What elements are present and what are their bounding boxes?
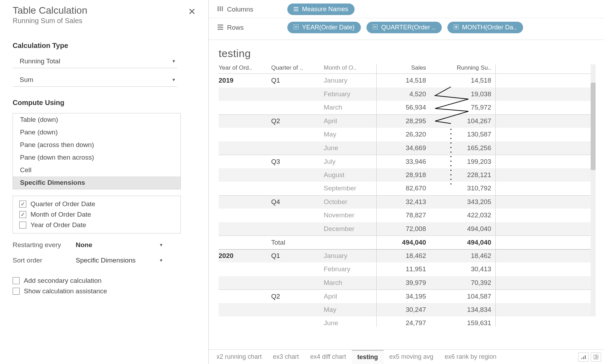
add-secondary-row[interactable]: Add secondary calculation <box>13 275 199 286</box>
header-sales[interactable]: Sales <box>376 64 436 71</box>
field-pill[interactable]: YEAR(Order Date) <box>287 22 361 33</box>
table-row[interactable]: September82,670310,792 <box>219 182 594 195</box>
table-row[interactable]: June34,669165,256 <box>219 141 594 155</box>
columns-icon <box>217 6 224 13</box>
cell-month: September <box>324 184 376 192</box>
table-row[interactable]: August28,918228,121 <box>219 168 594 182</box>
cell-month: May <box>324 131 376 138</box>
compute-option[interactable]: Pane (down) <box>13 126 180 139</box>
svg-rect-15 <box>456 26 457 28</box>
dimension-row[interactable]: ✓Month of Order Date <box>13 209 180 220</box>
table-row[interactable]: May30,247134,834 <box>219 303 594 317</box>
field-pill[interactable]: Measure Names <box>287 4 355 15</box>
table-row[interactable]: May26,320130,587 <box>219 128 594 141</box>
restarting-every-dropdown[interactable]: None ▼ <box>76 241 174 249</box>
restarting-every-row: Restarting every None ▼ <box>13 241 199 249</box>
table-row[interactable]: Q2April28,295104,267 <box>219 114 594 128</box>
table-row[interactable]: February11,95130,413 <box>219 262 594 276</box>
table-row[interactable]: 2019Q1January14,51814,518 <box>219 74 594 88</box>
sheet-tabs: x2 running chartex3 chartex4 diff chartt… <box>209 349 604 364</box>
compute-option[interactable]: Cell <box>13 164 180 176</box>
field-pill[interactable]: QUARTER(Order .. <box>366 22 442 33</box>
sheet-tab[interactable]: ex6 rank by region <box>439 350 502 363</box>
new-worksheet-icon[interactable] <box>578 352 589 362</box>
svg-rect-6 <box>218 24 223 26</box>
shelves: Columns Measure Names Rows YEAR(Order Da… <box>209 0 604 40</box>
cell-month: July <box>324 158 376 166</box>
rows-shelf[interactable]: Rows YEAR(Order Date)QUARTER(Order ..MON… <box>209 18 604 36</box>
dimension-label: Month of Order Date <box>30 211 91 218</box>
columns-label: Columns <box>227 6 253 13</box>
sheet-tab[interactable]: testing <box>352 350 384 364</box>
table-row[interactable]: March39,97970,392 <box>219 276 594 290</box>
table-row[interactable]: 2020Q1January18,46218,462 <box>219 249 594 263</box>
cell-month: March <box>324 104 376 111</box>
header-month[interactable]: Month of O.. <box>324 64 376 71</box>
aggregation-dropdown[interactable]: Sum ▼ <box>13 73 177 87</box>
cell-running-sum: 159,631 <box>436 319 495 327</box>
cell-month: April <box>324 117 376 125</box>
table-row[interactable]: March56,93475,972 <box>219 101 594 114</box>
cell-running-sum: 75,972 <box>436 104 495 111</box>
pill-label: QUARTER(Order .. <box>381 24 435 31</box>
sheet-tab[interactable]: ex4 diff chart <box>304 350 352 363</box>
worksheet-title[interactable]: testing <box>219 48 594 59</box>
calc-type-dropdown[interactable]: Running Total ▼ <box>13 55 177 68</box>
sheet-tab[interactable]: x2 running chart <box>211 350 267 363</box>
svg-rect-20 <box>594 355 596 359</box>
compute-option[interactable]: Table (down) <box>13 113 180 126</box>
table-total-row[interactable]: Total494,040494,040 <box>219 236 594 249</box>
cell-running-sum: 30,413 <box>436 265 495 273</box>
table-row[interactable]: Q4October32,413343,205 <box>219 195 594 209</box>
svg-rect-21 <box>596 355 598 357</box>
svg-rect-1 <box>220 6 221 11</box>
field-pill[interactable]: MONTH(Order Da.. <box>447 22 523 33</box>
cell-running-sum: 165,256 <box>436 144 495 152</box>
header-running-sum[interactable]: Running Su.. <box>436 64 495 71</box>
scrollbar-thumb[interactable] <box>591 83 596 170</box>
calculation-type-label: Calculation Type <box>13 42 199 50</box>
cell-sales: 14,518 <box>376 77 436 84</box>
sheet-tab[interactable]: ex3 chart <box>267 350 304 363</box>
checkbox-checked-icon[interactable]: ✓ <box>19 201 26 208</box>
compute-option[interactable]: Pane (down then across) <box>13 151 180 164</box>
dimension-label: Quarter of Order Date <box>30 200 95 208</box>
cell-running-sum: 494,040 <box>436 225 495 233</box>
table-row[interactable]: June24,797159,631 <box>219 316 594 330</box>
new-dashboard-icon[interactable] <box>591 352 601 362</box>
checkbox-unchecked-icon[interactable] <box>13 277 20 284</box>
close-icon[interactable]: ✕ <box>185 5 199 19</box>
checkbox-unchecked-icon[interactable] <box>19 222 26 229</box>
table-header: Year of Ord.. Quarter of .. Month of O..… <box>219 64 594 74</box>
columns-shelf[interactable]: Columns Measure Names <box>209 0 604 18</box>
header-quarter[interactable]: Quarter of .. <box>271 64 324 71</box>
compute-option[interactable]: Pane (across then down) <box>13 139 180 151</box>
cell-month: February <box>324 265 376 273</box>
sheet-tab[interactable]: ex5 moving avg <box>384 350 439 363</box>
cell-month: November <box>324 211 376 219</box>
svg-rect-10 <box>295 27 297 27</box>
table-row[interactable]: Q3July33,946199,203 <box>219 155 594 168</box>
dimension-row[interactable]: ✓Quarter of Order Date <box>13 199 180 209</box>
compute-option[interactable]: Specific Dimensions <box>13 176 180 189</box>
show-assistance-row[interactable]: Show calculation assistance <box>13 286 199 296</box>
table-row[interactable]: February4,52019,038 <box>219 88 594 101</box>
pill-label: MONTH(Order Da.. <box>462 24 517 31</box>
chevron-down-icon: ▼ <box>172 77 176 82</box>
sort-order-dropdown[interactable]: Specific Dimensions ▼ <box>76 257 174 264</box>
header-year[interactable]: Year of Ord.. <box>219 64 271 71</box>
cell-sales: 34,669 <box>376 144 436 152</box>
cell-sales: 24,797 <box>376 319 436 327</box>
table-row[interactable]: December72,008494,040 <box>219 222 594 236</box>
cell-sales: 82,670 <box>376 184 436 192</box>
checkbox-checked-icon[interactable]: ✓ <box>19 211 26 218</box>
svg-rect-12 <box>374 27 377 27</box>
svg-rect-2 <box>222 6 223 11</box>
table-row[interactable]: November78,827422,032 <box>219 209 594 222</box>
cell-running-sum: 104,587 <box>436 293 495 300</box>
svg-rect-0 <box>218 6 219 11</box>
dimension-row[interactable]: Year of Order Date <box>13 220 180 230</box>
table-row[interactable]: Q2April34,195104,587 <box>219 289 594 303</box>
cell-year: 2019 <box>219 77 271 84</box>
checkbox-unchecked-icon[interactable] <box>13 288 20 295</box>
